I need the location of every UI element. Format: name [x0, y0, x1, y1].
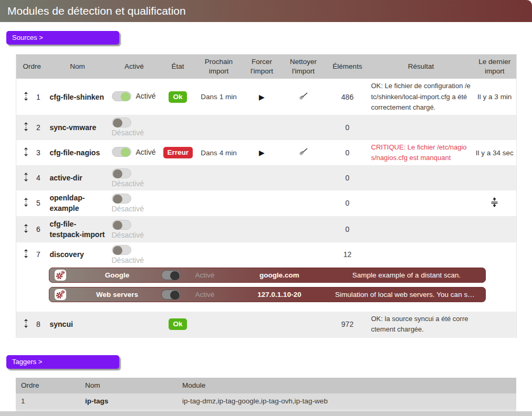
- elements-count: 0: [326, 216, 369, 242]
- cell-ordre: 1: [16, 79, 48, 115]
- cell-force: [243, 216, 281, 242]
- enable-toggle[interactable]: [112, 168, 131, 178]
- source-row-cfg-file-shinken: 1 cfg-file-shinken Activé Ok Dans 1 min …: [16, 79, 517, 115]
- cell-force: [243, 166, 281, 190]
- cell-ordre: 8: [16, 312, 48, 337]
- last-import: [473, 216, 517, 242]
- row-order: 3: [36, 148, 40, 157]
- scan-name: Web servers: [73, 291, 161, 298]
- discovery-subscans-row: Google Activé google.com Sample example …: [16, 266, 517, 312]
- cell-ordre: 4: [16, 166, 48, 190]
- cell-clean: [281, 216, 326, 242]
- row-order: 6: [36, 225, 40, 233]
- source-name: cfg-file-nagios: [48, 140, 108, 165]
- cell-clean: [281, 312, 326, 337]
- status-badge: Ok: [169, 91, 186, 103]
- cell-clean: [281, 140, 326, 165]
- source-row-discovery: 7 discovery Désactivé 12: [16, 242, 517, 267]
- source-row-cfg-file-nagios: 3 cfg-file-nagios Activé Erreur Dans 4 m…: [16, 140, 517, 165]
- next-import: Dans 4 min: [195, 140, 243, 165]
- drag-handle-icon[interactable]: [24, 319, 28, 329]
- enable-toggle[interactable]: [112, 118, 131, 127]
- elements-count: 12: [326, 242, 369, 267]
- toggle-label: Activé: [136, 148, 156, 156]
- cell-ordre: 6: [16, 216, 48, 242]
- enable-toggle[interactable]: [112, 194, 131, 204]
- toggle-label: Désactivé: [112, 256, 144, 264]
- col-tagger-nom: Nom: [80, 378, 177, 393]
- result-text: CRITIQUE: Le fichier /etc/nagios/nagios.…: [369, 140, 473, 165]
- col-resultat: Résultat: [369, 55, 473, 79]
- scan-toggle-label: Activé: [186, 271, 224, 279]
- taggers-section-button[interactable]: Taggers >: [6, 355, 119, 369]
- cell-ordre: 2: [16, 115, 48, 140]
- toggle-label: Activé: [136, 92, 156, 100]
- col-ordre: Ordre: [16, 55, 48, 79]
- source-name: discovery: [48, 242, 108, 267]
- col-elements: Éléments: [326, 55, 369, 79]
- tagger-name: ip-tags: [80, 393, 177, 409]
- taggers-header-row: Ordre Nom Module: [16, 378, 516, 393]
- source-row-cfg-file-testpack-import: 6 cfg-file-testpack-import Désactivé 0: [16, 216, 517, 242]
- source-row-sync-vmware: 2 sync-vmware Désactivé 0: [16, 115, 517, 140]
- result-text: OK: Le fichier de configuration /etc/shi…: [369, 79, 473, 115]
- toggle-label: Désactivé: [112, 231, 144, 239]
- row-order: 2: [36, 123, 40, 132]
- sources-section-button[interactable]: Sources >: [6, 31, 119, 45]
- last-import: Il y a 3 min: [473, 79, 517, 115]
- clean-import-icon[interactable]: [299, 148, 308, 157]
- cell-force: ▶: [243, 140, 281, 165]
- cell-force: [243, 312, 281, 337]
- result-text: [369, 190, 473, 217]
- source-name: sync-vmware: [48, 115, 108, 140]
- next-import: [195, 166, 243, 190]
- drag-handle-icon[interactable]: [24, 147, 28, 158]
- enable-toggle[interactable]: [112, 220, 131, 230]
- cell-clean: [281, 242, 326, 267]
- drag-handle-icon[interactable]: [24, 224, 28, 234]
- enable-toggle[interactable]: [112, 91, 131, 101]
- next-import: [195, 242, 243, 267]
- enable-toggle[interactable]: [112, 147, 131, 157]
- row-order: 1: [36, 93, 40, 101]
- drag-handle-icon[interactable]: [24, 249, 28, 260]
- col-tagger-ordre: Ordre: [16, 378, 80, 393]
- horizontal-scrollbar[interactable]: [0, 411, 532, 416]
- clean-import-icon[interactable]: [299, 92, 308, 102]
- gears-icon: [55, 289, 66, 300]
- gears-icon: [55, 270, 66, 281]
- drag-handle-icon[interactable]: [24, 92, 28, 102]
- drag-handle-icon[interactable]: [24, 173, 28, 183]
- next-import: [195, 312, 243, 337]
- tagger-module: ip-tag-dmz,ip-tag-google,ip-tag-ovh,ip-t…: [177, 393, 516, 409]
- source-row-syncui: 8 syncui Ok 972 OK: la source syncui a é…: [16, 312, 517, 337]
- scan-toggle[interactable]: [161, 270, 181, 280]
- scan-toggle[interactable]: [161, 290, 181, 300]
- scan-item-google[interactable]: Google Activé google.com Sample example …: [49, 268, 486, 283]
- enable-toggle[interactable]: [112, 245, 131, 255]
- cell-active: Désactivé: [108, 190, 161, 217]
- cell-clean: [281, 166, 326, 190]
- cell-etat: Erreur: [161, 140, 195, 165]
- last-import: Il y a 34 sec: [473, 140, 517, 165]
- force-import-icon[interactable]: ▶: [259, 93, 265, 101]
- last-import: [473, 312, 517, 337]
- drag-handle-icon[interactable]: [24, 122, 28, 133]
- col-forcer-import: Forcer l'import: [243, 55, 281, 79]
- source-name: syncui: [48, 312, 108, 337]
- cell-active: Activé: [108, 79, 161, 115]
- col-active: Activé: [108, 55, 161, 79]
- elements-count: 0: [326, 166, 369, 190]
- drag-handle-icon[interactable]: [24, 198, 28, 208]
- elements-count: 486: [326, 79, 369, 115]
- cell-active: Activé: [108, 140, 161, 165]
- row-resize-icon[interactable]: [491, 197, 498, 209]
- force-import-icon[interactable]: ▶: [259, 148, 265, 157]
- scan-name: Google: [73, 271, 161, 279]
- result-text: OK: la source syncui a été correctement …: [369, 312, 473, 337]
- page-title: Modules de détection et qualification: [0, 0, 532, 22]
- cell-force: ▶: [243, 79, 281, 115]
- toggle-label: Désactivé: [112, 179, 144, 188]
- col-nettoyer-import: Nettoyer l'import: [281, 55, 326, 79]
- scan-item-web-servers[interactable]: Web servers Activé 127.0.1.10-20 Simulat…: [49, 287, 486, 302]
